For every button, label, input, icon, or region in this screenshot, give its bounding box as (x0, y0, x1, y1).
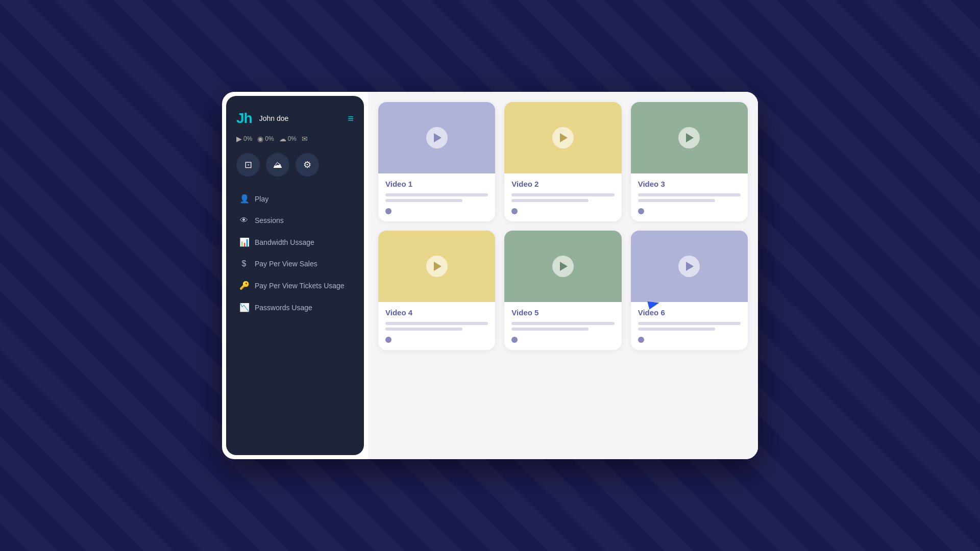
play-triangle-3 (686, 133, 694, 142)
video-thumbnail-5 (504, 231, 621, 302)
settings-tab-icon: ⚙ (303, 159, 311, 170)
settings-tab[interactable]: ⚙ (296, 153, 319, 177)
video-tab[interactable]: ⊡ (236, 153, 260, 177)
play-triangle-1 (434, 133, 442, 142)
video-card-5[interactable]: Video 5 (504, 231, 621, 350)
video-thumbnail-6 (631, 231, 748, 302)
line (385, 199, 462, 202)
cloud-stat-value: 0% (288, 135, 297, 142)
line (638, 199, 715, 202)
video-lines-4 (385, 322, 488, 331)
analytics-tab[interactable]: ⛰ (266, 153, 289, 177)
nav-sessions-label: Sessions (255, 216, 284, 224)
video-lines-6 (638, 322, 741, 331)
video-dot-5 (511, 337, 518, 343)
video-dot-3 (638, 208, 644, 214)
video-thumbnail-3 (631, 102, 748, 173)
nav-sessions-icon: 👁 (239, 216, 249, 225)
play-triangle-6 (686, 262, 694, 271)
video-thumbnail-4 (378, 231, 495, 302)
play-stat: ▶ 0% (236, 135, 252, 143)
line (638, 193, 741, 196)
line (511, 328, 589, 331)
video-card-4[interactable]: Video 4 (378, 231, 495, 350)
video-title-6: Video 6 (638, 308, 741, 317)
mail-icon: ✉ (302, 135, 308, 143)
main-container: Jh John doe ≡ ▶ 0% ◉ 0% ☁ 0% ✉ (222, 92, 758, 459)
play-button-5[interactable] (552, 256, 574, 277)
video-grid: Video 1 Video 2 (378, 102, 748, 350)
video-title-1: Video 1 (385, 180, 488, 188)
play-button-1[interactable] (426, 127, 448, 148)
video-lines-1 (385, 193, 488, 202)
play-button-4[interactable] (426, 256, 448, 277)
video-dot-6 (638, 337, 644, 343)
video-thumbnail-2 (504, 102, 621, 173)
video-dot-2 (511, 208, 518, 214)
cloud-icon: ☁ (279, 135, 286, 143)
video-info-1: Video 1 (378, 173, 495, 221)
line (638, 328, 715, 331)
line (385, 328, 462, 331)
video-dot-4 (385, 337, 391, 343)
video-tab-icon: ⊡ (244, 159, 252, 170)
play-triangle-5 (560, 262, 568, 271)
sidebar: Jh John doe ≡ ▶ 0% ◉ 0% ☁ 0% ✉ (226, 96, 364, 455)
line (385, 193, 488, 196)
play-icon: ▶ (236, 135, 242, 143)
video-info-5: Video 5 (504, 302, 621, 350)
video-card-6[interactable]: Video 6 (631, 231, 748, 350)
username: John doe (259, 114, 289, 122)
nav-play-icon: 👤 (239, 194, 249, 204)
icon-tabs: ⊡ ⛰ ⚙ (226, 153, 364, 189)
cloud-stat: ☁ 0% (279, 135, 297, 143)
video-info-3: Video 3 (631, 173, 748, 221)
play-button-6[interactable] (678, 256, 700, 277)
play-button-3[interactable] (678, 127, 700, 148)
nav-passwords-label: Passwords Usage (255, 304, 312, 312)
video-title-2: Video 2 (511, 180, 614, 188)
video-lines-2 (511, 193, 614, 202)
play-triangle-4 (434, 262, 442, 271)
stats-row: ▶ 0% ◉ 0% ☁ 0% ✉ (226, 135, 364, 153)
nav-ppv-sales-label: Pay Per View Sales (255, 260, 317, 268)
nav-bandwidth-icon: 📊 (239, 237, 249, 247)
video-card-3[interactable]: Video 3 (631, 102, 748, 221)
hamburger-icon[interactable]: ≡ (348, 113, 354, 124)
nav-sessions[interactable]: 👁 Sessions (232, 211, 358, 230)
sidebar-header: Jh John doe ≡ (226, 106, 364, 135)
nav-passwords[interactable]: 📉 Passwords Usage (232, 297, 358, 317)
nav-ppv-tickets[interactable]: 🔑 Pay Per View Tickets Usage (232, 276, 358, 295)
line (511, 193, 614, 196)
video-info-4: Video 4 (378, 302, 495, 350)
nav-menu: 👤 Play 👁 Sessions 📊 Bandwidth Ussage $ P… (226, 189, 364, 317)
video-dot-1 (385, 208, 391, 214)
video-lines-3 (638, 193, 741, 202)
nav-passwords-icon: 📉 (239, 303, 249, 312)
play-stat-value: 0% (243, 135, 252, 142)
sessions-stat-value: 0% (265, 135, 274, 142)
nav-bandwidth[interactable]: 📊 Bandwidth Ussage (232, 232, 358, 252)
main-content: Video 1 Video 2 (368, 92, 758, 459)
sessions-stat: ◉ 0% (257, 135, 274, 143)
video-card-1[interactable]: Video 1 (378, 102, 495, 221)
nav-ppv-tickets-icon: 🔑 (239, 281, 249, 290)
nav-play-label: Play (255, 195, 268, 203)
video-thumbnail-1 (378, 102, 495, 173)
video-card-2[interactable]: Video 2 (504, 102, 621, 221)
line (638, 322, 741, 325)
line (385, 322, 488, 325)
nav-ppv-tickets-label: Pay Per View Tickets Usage (255, 282, 345, 290)
play-button-2[interactable] (552, 127, 574, 148)
nav-ppv-sales[interactable]: $ Pay Per View Sales (232, 254, 358, 273)
play-triangle-2 (560, 133, 568, 142)
mail-stat: ✉ (302, 135, 308, 143)
logo: Jh (236, 110, 252, 127)
video-title-4: Video 4 (385, 308, 488, 317)
analytics-tab-icon: ⛰ (273, 160, 282, 170)
line (511, 199, 589, 202)
nav-bandwidth-label: Bandwidth Ussage (255, 238, 314, 246)
line (511, 322, 614, 325)
video-title-5: Video 5 (511, 308, 614, 317)
nav-play[interactable]: 👤 Play (232, 189, 358, 209)
